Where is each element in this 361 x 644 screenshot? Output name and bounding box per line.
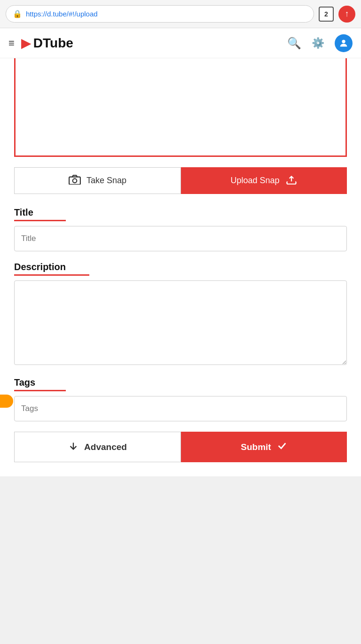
notification-dot xyxy=(0,395,13,408)
title-input[interactable] xyxy=(14,226,347,251)
upload-cloud-icon xyxy=(285,174,298,187)
app-header: ≡ ▶ DTube 🔍 ⚙️ xyxy=(0,28,361,58)
logo-text: DTube xyxy=(33,36,73,51)
bottom-buttons-row: Advanced Submit xyxy=(14,432,347,462)
browser-bar: 🔒 https://d.tube/#!/upload 2 ↑ xyxy=(0,0,361,28)
title-label-underline xyxy=(14,220,66,221)
take-snap-button[interactable]: Take Snap xyxy=(14,167,181,194)
up-arrow-icon: ↑ xyxy=(345,9,349,19)
upload-snap-label: Upload Snap xyxy=(230,176,279,186)
camera-icon xyxy=(69,174,81,187)
down-arrow-icon xyxy=(68,441,78,453)
video-preview-area xyxy=(14,58,347,157)
lock-icon: 🔒 xyxy=(13,9,22,18)
tab-count[interactable]: 2 xyxy=(319,7,334,22)
url-text: https://d.tube/#!/upload xyxy=(26,10,98,18)
tags-label-underline xyxy=(14,390,66,391)
title-label: Title xyxy=(14,207,33,218)
update-button[interactable]: ↑ xyxy=(338,6,355,23)
avatar[interactable] xyxy=(335,34,353,52)
tags-section: Tags xyxy=(14,377,347,421)
svg-point-2 xyxy=(73,178,77,183)
settings-icon[interactable]: ⚙️ xyxy=(312,37,324,49)
advanced-label: Advanced xyxy=(84,442,127,452)
logo[interactable]: ▶ DTube xyxy=(21,35,287,51)
submit-label: Submit xyxy=(241,442,271,452)
snap-buttons-row: Take Snap Upload Snap xyxy=(14,167,347,194)
avatar-person-icon xyxy=(338,38,349,48)
upload-snap-button[interactable]: Upload Snap xyxy=(181,167,347,194)
logo-play-icon: ▶ xyxy=(21,35,31,51)
check-icon xyxy=(277,441,287,453)
description-label: Description xyxy=(14,262,66,272)
svg-point-0 xyxy=(342,39,345,43)
description-section: Description xyxy=(14,262,347,367)
description-label-underline xyxy=(14,274,89,276)
description-input[interactable] xyxy=(14,280,347,365)
take-snap-label: Take Snap xyxy=(86,176,126,186)
main-content: Take Snap Upload Snap Title Description … xyxy=(0,58,361,476)
advanced-button[interactable]: Advanced xyxy=(14,432,181,462)
search-icon[interactable]: 🔍 xyxy=(287,37,301,50)
header-icons: 🔍 ⚙️ xyxy=(287,34,353,52)
submit-button[interactable]: Submit xyxy=(181,432,347,462)
url-bar[interactable]: 🔒 https://d.tube/#!/upload xyxy=(6,5,314,23)
svg-rect-1 xyxy=(69,177,80,185)
tags-label: Tags xyxy=(14,377,35,388)
hamburger-menu-icon[interactable]: ≡ xyxy=(8,37,15,49)
title-section: Title xyxy=(14,207,347,251)
tags-input[interactable] xyxy=(14,396,347,421)
